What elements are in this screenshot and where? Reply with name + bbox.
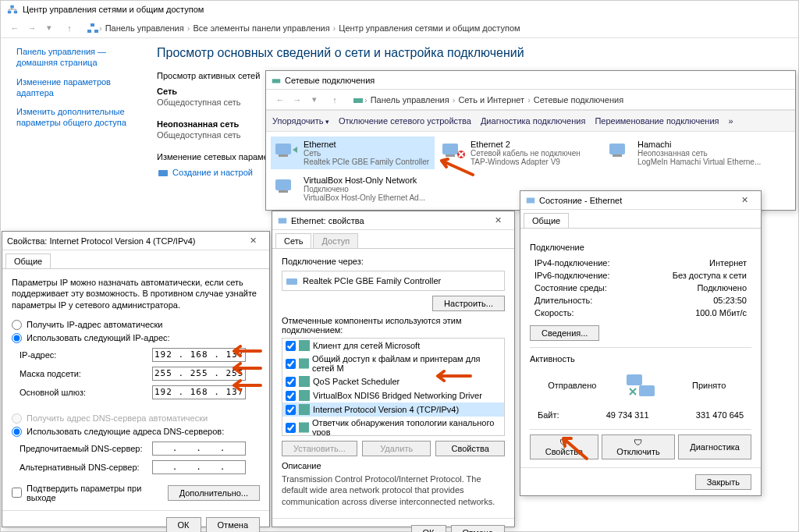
more-chevron[interactable]: » xyxy=(729,116,733,126)
components-list[interactable]: Клиент для сетей Microsoft Общий доступ … xyxy=(282,338,505,436)
mask-input[interactable] xyxy=(152,367,246,381)
help-text: Параметры IP можно назначать автоматичес… xyxy=(12,277,260,310)
bytes-label: Байт: xyxy=(538,410,559,420)
svg-rect-25 xyxy=(299,422,309,432)
configure-button[interactable]: Настроить... xyxy=(432,296,505,311)
connection-virtualbox[interactable]: VirtualBox Host-Only Network Подключено … xyxy=(271,172,435,205)
dns2-input[interactable] xyxy=(152,460,246,474)
advanced-button[interactable]: Дополнительно... xyxy=(168,485,260,501)
client-icon xyxy=(299,340,310,351)
network-icon xyxy=(352,94,364,106)
component-item[interactable]: QoS Packet Scheduler xyxy=(282,374,504,388)
component-ipv4[interactable]: Internet Protocol Version 4 (TCP/IPv4) xyxy=(282,403,504,417)
svg-rect-20 xyxy=(299,340,310,351)
dns1-input[interactable] xyxy=(152,442,246,456)
ethernet-icon xyxy=(274,140,299,160)
ip-label: IP-адрес: xyxy=(20,350,152,360)
breadcrumb-item[interactable]: Все элементы панели управления xyxy=(193,23,329,33)
svg-rect-7 xyxy=(272,79,281,83)
ok-button[interactable]: ОК xyxy=(411,525,446,532)
breadcrumb-item[interactable]: Сеть и Интернет xyxy=(458,95,524,105)
activity-icon xyxy=(622,371,659,399)
gateway-input[interactable] xyxy=(152,385,246,399)
ethernet-properties-dialog: Ethernet: свойства ✕ Сеть Доступ Подключ… xyxy=(272,211,515,527)
radio-auto-dns: Получить адрес DNS-сервера автоматически xyxy=(12,413,260,424)
nav-adapter-settings[interactable]: Изменение параметров адаптера xyxy=(16,76,141,99)
breadcrumb-item[interactable]: Панель управления xyxy=(371,95,449,105)
tab-access[interactable]: Доступ xyxy=(313,233,358,248)
diagnose-button[interactable]: Диагностика xyxy=(678,434,751,459)
window-title: Центр управления сетями и общим доступом xyxy=(23,5,204,14)
protocol-icon xyxy=(299,404,310,415)
svg-rect-19 xyxy=(286,278,297,285)
network-icon xyxy=(7,4,18,15)
dialog-title-text: Сетевые подключения xyxy=(285,76,375,85)
connection-section-label: Подключение xyxy=(530,243,751,252)
radio-manual-ip[interactable]: Использовать следующий IP-адрес: xyxy=(12,333,260,343)
rename[interactable]: Переименование подключения xyxy=(595,116,719,126)
svg-rect-12 xyxy=(446,154,455,157)
breadcrumb-item[interactable]: Панель управления xyxy=(105,23,184,33)
svg-rect-16 xyxy=(275,179,291,190)
cancel-button[interactable]: Отмена xyxy=(451,525,505,532)
connection-hamachi[interactable]: Hamachi Неопознанная сеть LogMeIn Hamach… xyxy=(605,137,769,169)
ethernet-icon xyxy=(608,140,633,160)
up-button[interactable]: ↑ xyxy=(62,20,77,36)
properties-button[interactable]: 🛡 Свойства xyxy=(530,434,598,459)
nav-sharing-settings[interactable]: Изменить дополнительные параметры общего… xyxy=(16,106,141,129)
sent-bytes: 49 734 311 xyxy=(606,410,649,420)
radio-manual-dns[interactable]: Использовать следующие адреса DNS-сервер… xyxy=(12,427,260,437)
svg-rect-11 xyxy=(442,144,458,154)
component-item[interactable]: Ответчик обнаружения топологии канальног… xyxy=(282,417,504,436)
svg-rect-24 xyxy=(299,404,310,415)
forward-button[interactable]: → xyxy=(289,92,305,108)
svg-rect-14 xyxy=(609,144,625,154)
gateway-label: Основной шлюз: xyxy=(20,388,152,397)
tab-general[interactable]: Общие xyxy=(5,254,51,268)
confirm-checkbox[interactable]: Подтвердить параметры при выходе xyxy=(12,484,168,502)
svg-rect-22 xyxy=(299,376,310,387)
disable-device[interactable]: Отключение сетевого устройства xyxy=(339,116,471,126)
properties-button[interactable]: Свойства xyxy=(435,441,505,456)
details-button[interactable]: Сведения... xyxy=(530,325,599,341)
close-button[interactable]: ✕ xyxy=(486,215,510,225)
share-icon xyxy=(299,358,309,369)
forward-button[interactable]: → xyxy=(24,20,40,36)
vbox-icon xyxy=(299,390,310,401)
install-button[interactable]: Установить... xyxy=(282,441,357,456)
remove-button[interactable]: Удалить xyxy=(362,441,431,456)
cancel-button[interactable]: Отмена xyxy=(206,517,260,532)
component-item[interactable]: Общий доступ к файлам и принтерам для се… xyxy=(282,353,504,374)
network-icon xyxy=(87,22,99,34)
organize-menu[interactable]: Упорядочить xyxy=(272,116,329,126)
tab-network[interactable]: Сеть xyxy=(275,233,311,248)
breadcrumb-bar: ← → ▾ ↑ › Панель управления › Все элемен… xyxy=(1,18,798,38)
diagnose[interactable]: Диагностика подключения xyxy=(481,116,585,126)
history-dropdown[interactable]: ▾ xyxy=(307,92,322,108)
svg-rect-28 xyxy=(627,374,642,385)
up-button[interactable]: ↑ xyxy=(327,92,343,108)
close-button[interactable]: ✕ xyxy=(733,195,756,205)
connection-ethernet[interactable]: Ethernet Сеть Realtek PCIe GBE Family Co… xyxy=(271,137,435,169)
close-button[interactable]: Закрыть xyxy=(695,474,751,490)
connection-ethernet2[interactable]: Ethernet 2 Сетевой кабель не подключен T… xyxy=(438,137,602,169)
disable-button[interactable]: 🛡 Отключить xyxy=(602,434,675,459)
network-icon xyxy=(271,75,282,86)
ok-button[interactable]: ОК xyxy=(166,517,201,532)
close-button[interactable]: ✕ xyxy=(241,236,265,246)
back-button[interactable]: ← xyxy=(7,20,23,36)
breadcrumb-item[interactable]: Сетевые подключения xyxy=(534,95,623,105)
svg-rect-15 xyxy=(613,154,622,157)
component-item[interactable]: VirtualBox NDIS6 Bridged Networking Driv… xyxy=(282,388,504,403)
tab-general[interactable]: Общие xyxy=(524,213,569,228)
component-item[interactable]: Клиент для сетей Microsoft xyxy=(282,339,504,353)
ip-input[interactable] xyxy=(152,348,246,362)
svg-rect-21 xyxy=(299,358,309,368)
svg-rect-0 xyxy=(8,11,11,14)
history-dropdown[interactable]: ▾ xyxy=(41,20,57,36)
svg-rect-27 xyxy=(527,197,535,203)
radio-auto-ip[interactable]: Получить IP-адрес автоматически xyxy=(12,320,260,330)
back-button[interactable]: ← xyxy=(272,92,288,108)
breadcrumb-item[interactable]: Центр управления сетями и общим доступом xyxy=(339,23,520,33)
nav-home[interactable]: Панель управления — домашняя страница xyxy=(16,46,141,69)
